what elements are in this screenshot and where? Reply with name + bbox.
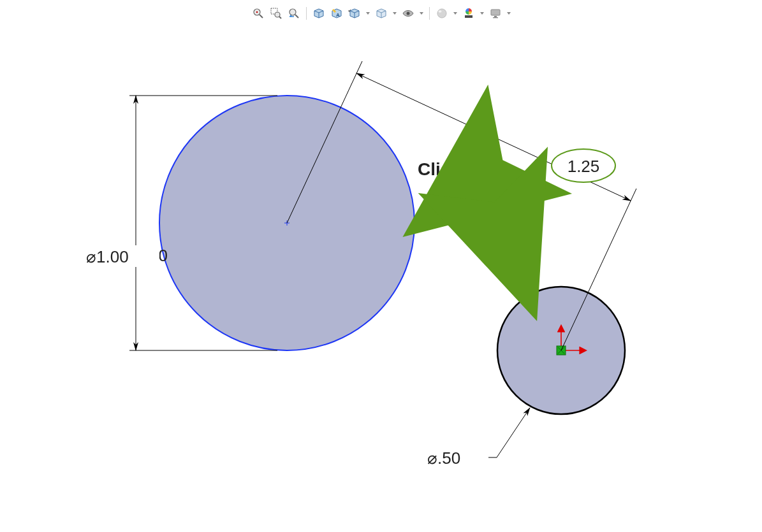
svg-point-10 xyxy=(438,10,441,13)
toolbar-separator xyxy=(306,7,307,20)
apply-scene-dropdown[interactable] xyxy=(479,6,485,21)
toolbar-separator xyxy=(429,7,430,20)
svg-text:1.25: 1.25 xyxy=(568,157,600,176)
callout-click-2-label: Click 2 xyxy=(478,242,536,262)
hide-show-items-dropdown[interactable] xyxy=(418,6,425,21)
display-style-icon xyxy=(375,7,388,20)
hide-show-items-button[interactable] xyxy=(400,6,416,21)
svg-line-2 xyxy=(260,15,263,18)
zoom-to-area-icon xyxy=(270,7,282,20)
dimension-center-distance-value: 1.25 xyxy=(568,157,600,176)
display-style-button[interactable] xyxy=(374,6,389,21)
view-settings-dropdown[interactable] xyxy=(506,6,512,21)
callout-click-1-label: Click 1 xyxy=(418,159,475,179)
dimension-diameter-large-value-text: 1.00 xyxy=(96,247,129,266)
section-view-button[interactable] xyxy=(311,6,326,21)
zoom-to-fit-icon xyxy=(252,7,265,20)
zoom-to-fit-button[interactable] xyxy=(251,6,266,21)
zoom-to-area-button[interactable] xyxy=(268,6,284,21)
svg-point-8 xyxy=(406,12,409,15)
svg-line-39 xyxy=(520,273,529,299)
svg-point-9 xyxy=(437,9,446,18)
svg-text:A: A xyxy=(336,12,340,18)
svg-text:⌀.50: ⌀.50 xyxy=(427,449,460,468)
edit-appearance-dropdown[interactable] xyxy=(452,6,458,21)
svg-rect-13 xyxy=(491,10,500,15)
section-view-icon xyxy=(312,7,325,20)
callout-click-1: Click 1 xyxy=(418,159,475,223)
view-orientation-icon xyxy=(348,7,361,20)
svg-line-5 xyxy=(279,17,281,18)
dynamic-annotation-views-button[interactable]: A xyxy=(329,6,344,21)
svg-text:⌀1.00: ⌀1.00 xyxy=(86,247,129,266)
previous-view-button[interactable] xyxy=(286,6,302,21)
dynamic-annotation-views-icon: A xyxy=(330,7,343,20)
appearance-sphere-icon xyxy=(436,7,448,20)
eye-icon xyxy=(402,7,414,20)
svg-point-6 xyxy=(289,9,296,15)
svg-line-38 xyxy=(421,191,462,223)
scene-icon xyxy=(462,7,475,20)
edit-appearance-button[interactable] xyxy=(434,6,450,21)
svg-point-4 xyxy=(275,12,280,17)
svg-rect-14 xyxy=(494,16,497,17)
phi-glyph-small: ⌀ xyxy=(427,449,437,468)
dimension-diameter-small[interactable]: ⌀.50 xyxy=(427,408,530,468)
apply-scene-button[interactable] xyxy=(461,6,476,21)
heads-up-view-toolbar: A xyxy=(0,4,762,23)
previous-view-icon xyxy=(288,7,300,20)
callout-click-2: Click 2 xyxy=(478,242,536,299)
svg-line-30 xyxy=(497,408,530,457)
graphics-area[interactable]: ⌀ 1.00 ⌀1.00 ⌀.50 1.25 xyxy=(0,25,762,532)
view-orientation-dropdown[interactable] xyxy=(365,6,371,21)
display-style-dropdown[interactable] xyxy=(392,6,398,21)
svg-point-1 xyxy=(256,11,258,13)
dimension-diameter-small-value: .50 xyxy=(437,449,460,468)
svg-rect-12 xyxy=(465,15,473,18)
view-settings-button[interactable] xyxy=(488,6,503,21)
phi-glyph-large: ⌀ xyxy=(86,247,96,266)
view-orientation-button[interactable] xyxy=(347,6,362,21)
monitor-icon xyxy=(489,7,502,20)
svg-rect-15 xyxy=(493,17,498,18)
